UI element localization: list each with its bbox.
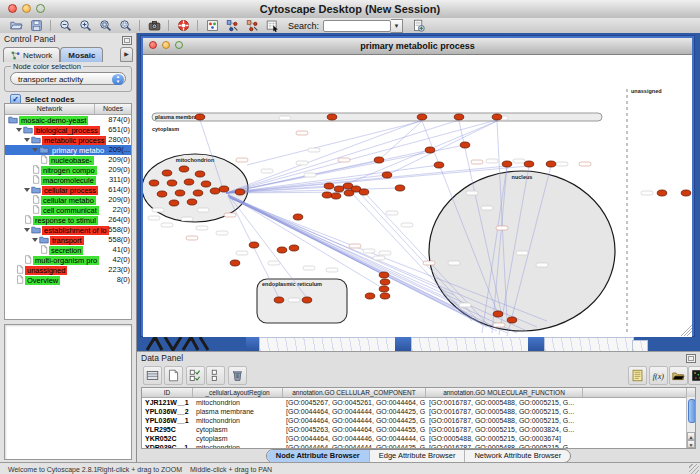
tab-overflow-arrow[interactable]: ▶ bbox=[120, 47, 133, 62]
network-node[interactable] bbox=[395, 185, 405, 191]
network-node[interactable] bbox=[187, 199, 197, 205]
tree-row-secretion[interactable]: secretion41(0) bbox=[5, 245, 131, 255]
network-node[interactable] bbox=[293, 214, 303, 220]
canvas-resize-grip[interactable] bbox=[681, 325, 692, 336]
network-node[interactable] bbox=[162, 170, 172, 176]
network-node[interactable] bbox=[380, 279, 390, 285]
import-attributes-button[interactable] bbox=[669, 366, 688, 385]
network-node[interactable] bbox=[493, 311, 503, 317]
annotation-button[interactable] bbox=[408, 18, 428, 33]
background-window-edge[interactable] bbox=[528, 336, 544, 351]
zoom-fit-button[interactable] bbox=[95, 18, 115, 33]
tree-row-multi-organism-pro[interactable]: multi-organism pro42(0) bbox=[5, 255, 131, 265]
network-node[interactable] bbox=[681, 190, 691, 196]
table-header-3[interactable]: annotation.GO MOLECULAR_FUNCTION bbox=[426, 388, 583, 397]
network-node[interactable] bbox=[417, 114, 427, 120]
network-edge[interactable] bbox=[226, 120, 497, 193]
network-node[interactable] bbox=[249, 242, 259, 248]
scroll-down-arrow[interactable]: ▼ bbox=[687, 440, 695, 448]
edit-edges-button[interactable] bbox=[242, 18, 262, 33]
network-node[interactable] bbox=[193, 190, 203, 196]
network-node[interactable] bbox=[274, 297, 284, 303]
color-attribute-select[interactable]: transporter activity ▲▼ bbox=[10, 72, 126, 85]
network-node[interactable] bbox=[502, 161, 512, 167]
network-node[interactable] bbox=[195, 114, 205, 120]
network-node[interactable] bbox=[169, 200, 179, 206]
network-node[interactable] bbox=[235, 189, 245, 195]
expand-arrow-icon[interactable] bbox=[32, 238, 38, 242]
network-node[interactable] bbox=[289, 245, 299, 251]
float-panel-icon[interactable] bbox=[686, 354, 696, 363]
tree-col-nodes[interactable]: Nodes bbox=[94, 104, 131, 114]
save-session-button[interactable] bbox=[26, 18, 46, 33]
network-window-titlebar[interactable]: primary metabolic process bbox=[143, 38, 692, 55]
network-node[interactable] bbox=[219, 186, 229, 192]
network-node[interactable] bbox=[344, 190, 354, 196]
background-window-strip[interactable] bbox=[632, 340, 648, 351]
help-button[interactable] bbox=[173, 18, 193, 33]
table-row[interactable]: YPL036W__2plasma membrane[GO:0044464, GO… bbox=[142, 407, 695, 416]
tree-row-establishment-of-lo[interactable]: establishment of lo558(0) bbox=[5, 225, 131, 235]
tab-mosaic[interactable]: Mosaic bbox=[60, 47, 103, 62]
column-layout-button[interactable] bbox=[143, 366, 162, 385]
function-builder-button[interactable]: f(x) bbox=[649, 366, 668, 385]
tree-row-nitrogen-compo[interactable]: nitrogen compo209(0) bbox=[5, 165, 131, 175]
network-node[interactable] bbox=[322, 192, 332, 198]
expand-arrow-icon[interactable] bbox=[24, 138, 30, 142]
network-node[interactable] bbox=[382, 172, 392, 178]
network-node[interactable] bbox=[380, 293, 390, 299]
network-canvas[interactable]: nucleusplasma membranecytoplasmmitochond… bbox=[143, 55, 692, 337]
tree-row-unassigned[interactable]: unassigned223(0) bbox=[5, 265, 131, 275]
expand-arrow-icon[interactable] bbox=[32, 148, 38, 152]
attribute-editor-button[interactable] bbox=[262, 18, 282, 33]
region-plasma-membrane[interactable] bbox=[152, 113, 602, 121]
expand-arrow-icon[interactable] bbox=[24, 228, 30, 232]
network-node[interactable] bbox=[210, 188, 220, 194]
network-edge[interactable] bbox=[226, 165, 439, 193]
zoom-out-button[interactable] bbox=[55, 18, 75, 33]
network-node[interactable] bbox=[195, 171, 205, 177]
tree-row-nucleobase-[interactable]: nucleobase-209(0) bbox=[5, 155, 131, 165]
network-node[interactable] bbox=[460, 142, 470, 148]
table-header-2[interactable]: annotation.GO CELLULAR_COMPONENT bbox=[283, 388, 426, 397]
table-header-1[interactable]: _cellularLayoutRegion bbox=[193, 388, 283, 397]
network-node[interactable] bbox=[157, 191, 167, 197]
network-node[interactable] bbox=[331, 193, 341, 199]
table-scrollbar[interactable]: ▲ ▼ bbox=[686, 397, 695, 448]
edit-nodes-button[interactable] bbox=[222, 18, 242, 33]
tree-col-network[interactable]: Network bbox=[5, 104, 94, 114]
unselect-attributes-button[interactable] bbox=[206, 366, 225, 385]
tree-row-cellular-metabo[interactable]: cellular metabo209(0) bbox=[5, 195, 131, 205]
search-dropdown-arrow[interactable]: ▼ bbox=[391, 19, 403, 33]
tab-network-attribute-browser[interactable]: Network Attribute Browser bbox=[464, 450, 570, 462]
tree-row-cell-communicat[interactable]: cell communicat22(0) bbox=[5, 205, 131, 215]
network-edge[interactable] bbox=[247, 121, 422, 165]
attribute-matrix-button[interactable] bbox=[688, 366, 700, 385]
zoom-selected-button[interactable] bbox=[115, 18, 135, 33]
network-node[interactable] bbox=[374, 157, 384, 163]
network-node[interactable] bbox=[425, 147, 435, 153]
network-node[interactable] bbox=[492, 114, 502, 120]
birds-eye-view[interactable] bbox=[4, 324, 132, 460]
float-panel-icon[interactable] bbox=[122, 36, 132, 45]
tree-row-response-to-stimul[interactable]: response to stimul264(0) bbox=[5, 215, 131, 225]
table-header-0[interactable]: ID bbox=[142, 388, 193, 397]
new-attribute-button[interactable] bbox=[164, 366, 183, 385]
network-node[interactable] bbox=[201, 181, 211, 187]
network-node[interactable] bbox=[359, 189, 369, 195]
network-node[interactable] bbox=[302, 297, 312, 303]
network-node[interactable] bbox=[277, 247, 287, 253]
background-window-strip[interactable] bbox=[411, 337, 530, 351]
attribute-batch-button[interactable] bbox=[628, 366, 647, 385]
background-window-strip[interactable] bbox=[544, 337, 634, 351]
network-node[interactable] bbox=[365, 293, 375, 299]
scroll-up-arrow[interactable]: ▲ bbox=[687, 432, 695, 440]
table-row[interactable]: YJR121W__1mitochondrion[GO:0045267, GO:0… bbox=[142, 398, 695, 407]
expand-arrow-icon[interactable] bbox=[24, 188, 30, 192]
tab-node-attribute-browser[interactable]: Node Attribute Browser bbox=[267, 450, 369, 462]
resize-grip[interactable] bbox=[689, 464, 699, 474]
table-row[interactable]: YPL036W__1mitochondrion[GO:0044464, GO:0… bbox=[142, 416, 695, 425]
network-node[interactable] bbox=[230, 260, 240, 266]
background-window-edge[interactable] bbox=[246, 336, 259, 351]
network-node[interactable] bbox=[507, 317, 517, 323]
